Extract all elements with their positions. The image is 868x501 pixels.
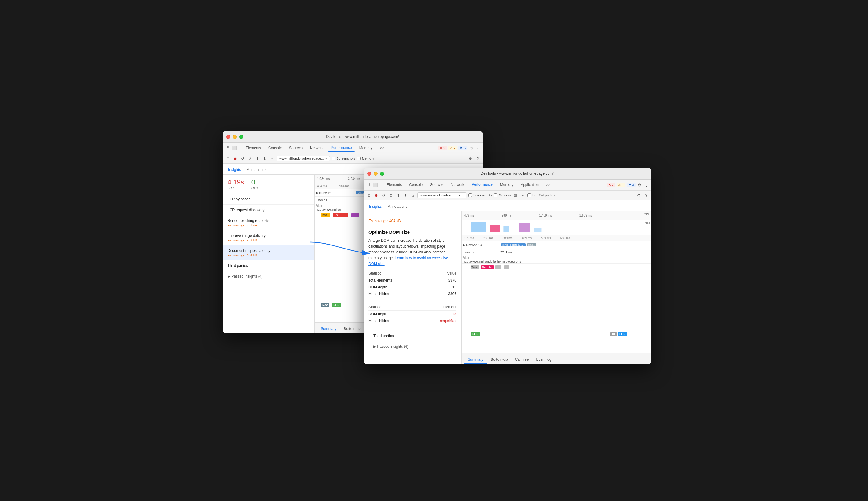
insights-tab-annotations-back[interactable]: Annotations: [244, 166, 269, 174]
bottom-tab-bottomup-front[interactable]: Bottom-up: [487, 355, 511, 364]
inspect-icon-front[interactable]: ⠿: [366, 182, 371, 188]
bottom-tab-bottomup-back[interactable]: Bottom-up: [340, 325, 364, 333]
task-block-3-back: [351, 213, 359, 217]
sub-mark-front-1: 189 ms: [464, 236, 474, 240]
tab-elements-front[interactable]: Elements: [383, 181, 405, 188]
passed-insights-front[interactable]: ▶ Passed insights (6): [368, 341, 456, 352]
memory-label-back: Memory: [362, 157, 374, 160]
screenshots-front: Screenshots: [468, 193, 492, 197]
tab-sources-back[interactable]: Sources: [286, 145, 306, 151]
settings2-icon-back[interactable]: ⚙: [468, 156, 473, 161]
insight-image-delivery[interactable]: Improve image delivery Est savings: 239 …: [223, 231, 314, 245]
upload-icon-back[interactable]: ⬆: [254, 156, 260, 161]
upload-icon-front[interactable]: ⬆: [395, 192, 401, 198]
memory-checkbox-back[interactable]: [357, 157, 361, 160]
download-icon-back[interactable]: ⬇: [262, 156, 268, 161]
settings-icon-front[interactable]: ⚙: [637, 182, 642, 188]
insights-tab-annotations-front[interactable]: Annotations: [385, 203, 410, 211]
stat-total-elements-label: Total elements: [368, 277, 432, 284]
tab-more-back[interactable]: >>: [377, 145, 387, 151]
clear-icon-front[interactable]: ⊘: [388, 192, 393, 198]
tab-network-back[interactable]: Network: [307, 145, 326, 151]
fcp-badge-front: FCP: [471, 332, 480, 336]
tab-sources-front[interactable]: Sources: [427, 181, 447, 188]
minimize-button-front[interactable]: [374, 172, 378, 175]
screenshots-cb-front[interactable]: [468, 193, 472, 197]
more-icon-back[interactable]: ⋮: [475, 145, 480, 151]
third-parties-front[interactable]: Third parties: [368, 331, 456, 341]
lcp-badge-front: LCP: [618, 332, 627, 336]
sidebar-icon-back[interactable]: ⊡: [225, 156, 231, 161]
metrics-row-back: 4.19s LCP 0 CLS: [223, 175, 314, 194]
section-divider: [368, 301, 456, 301]
tab-memory-front[interactable]: Memory: [497, 181, 517, 188]
cpu-chart: [462, 220, 651, 235]
clear-icon-back[interactable]: ⊘: [247, 156, 253, 161]
settings2-icon-front[interactable]: ⚙: [636, 192, 642, 198]
insights-tab-insights-front[interactable]: Insights: [366, 203, 385, 211]
tab-application-front[interactable]: Application: [518, 181, 542, 188]
insights-sidebar-back: 4.19s LCP 0 CLS LCP by phase LCP request…: [223, 175, 315, 333]
passed-insights-back[interactable]: ▶ Passed insights (4): [223, 271, 314, 281]
bottom-tab-summary-front[interactable]: Summary: [464, 355, 487, 364]
tab-network-front[interactable]: Network: [448, 181, 467, 188]
bottom-tab-eventlog-front[interactable]: Event log: [532, 355, 555, 364]
url-bar-back[interactable]: www.milliondollarhomepage... ▾: [276, 156, 330, 161]
tab-console-back[interactable]: Console: [265, 145, 285, 151]
screenshots-checkbox-back[interactable]: [332, 157, 335, 160]
insight-render-blocking[interactable]: Render blocking requests Est savings: 33…: [223, 215, 314, 231]
minimize-button-back[interactable]: [233, 135, 237, 139]
insight-lcp-discovery[interactable]: LCP request discovery: [223, 205, 314, 215]
front-insights-sidebar: Est savings: 404 kB Optimize DOM size A …: [364, 211, 462, 364]
main-row-label-back: Main — http://www.millior: [316, 204, 352, 211]
device-icon-front[interactable]: ⬜: [373, 182, 378, 188]
insight-image-delivery-title: Improve image delivery: [228, 234, 310, 238]
more-icon-front[interactable]: ⋮: [643, 182, 649, 188]
bottom-tab-calltree-front[interactable]: Call tree: [511, 355, 533, 364]
optimize-link[interactable]: Learn how to avoid an excessive DOM size: [368, 256, 448, 266]
reload-icon-front[interactable]: ↺: [381, 192, 386, 198]
scene: DevTools - www.milliondollarhomepage.com…: [223, 131, 645, 370]
tab-performance-back[interactable]: Performance: [328, 144, 355, 152]
task-block-1-back: Task: [321, 213, 330, 217]
dim-3rd-cb[interactable]: [528, 193, 531, 197]
cpu-label: CPU: [644, 213, 650, 216]
insights-tab-insights-back[interactable]: Insights: [225, 166, 244, 174]
dropdown-icon-front[interactable]: ▾: [458, 193, 460, 197]
device-icon[interactable]: ⬜: [232, 145, 237, 151]
maximize-button-back[interactable]: [239, 135, 243, 139]
sidebar-icon-front[interactable]: ⊡: [366, 192, 371, 198]
inspect-icon[interactable]: ⠿: [225, 145, 231, 151]
tab-console-front[interactable]: Console: [406, 181, 426, 188]
close-button-front[interactable]: [367, 172, 371, 175]
tab-elements-back[interactable]: Elements: [242, 145, 264, 151]
help-icon-front[interactable]: ?: [643, 192, 649, 198]
home-icon-front[interactable]: ⌂: [410, 192, 416, 198]
dropdown-icon-back[interactable]: ▾: [325, 157, 327, 161]
frames-row-label-front: Frames: [463, 250, 500, 254]
close-button-back[interactable]: [226, 135, 230, 139]
home-icon-back[interactable]: ⌂: [269, 156, 275, 161]
tab-more-front[interactable]: >>: [543, 181, 553, 188]
window-title-back: DevTools - www.milliondollarhomepage.com…: [246, 135, 479, 139]
record-icon-front[interactable]: ⏺: [373, 192, 379, 198]
help-icon-back[interactable]: ?: [475, 156, 480, 161]
insight-doc-latency[interactable]: Document request latency Est savings: 40…: [223, 245, 314, 260]
tab-memory-back[interactable]: Memory: [356, 145, 376, 151]
settings-icon-back[interactable]: ⚙: [468, 145, 474, 151]
bottom-tab-summary-back[interactable]: Summary: [317, 325, 340, 333]
insight-third-parties-back[interactable]: Third parties: [223, 260, 314, 271]
memory-cb-front[interactable]: [494, 193, 497, 197]
network-icon-front[interactable]: ⊞: [513, 192, 518, 198]
reload-icon-back[interactable]: ↺: [240, 156, 245, 161]
download-icon-front[interactable]: ⬇: [403, 192, 408, 198]
record-icon-back[interactable]: ⏺: [232, 156, 238, 161]
net-bar-front-1: t.php (c.statcou...: [501, 243, 525, 246]
throttle-icon-front[interactable]: ≈: [520, 192, 525, 198]
url-bar-front[interactable]: www.milliondollarhome... ▾: [417, 192, 466, 198]
insight-lcp-phase[interactable]: LCP by phase: [223, 194, 314, 205]
timeline-row-main-front: Main — http://www.milliondollarhomepage.…: [462, 256, 651, 264]
tab-performance-front[interactable]: Performance: [469, 181, 496, 189]
maximize-button-front[interactable]: [380, 172, 384, 175]
doc-latency-above-savings: Est savings: 404 kB: [368, 219, 456, 223]
